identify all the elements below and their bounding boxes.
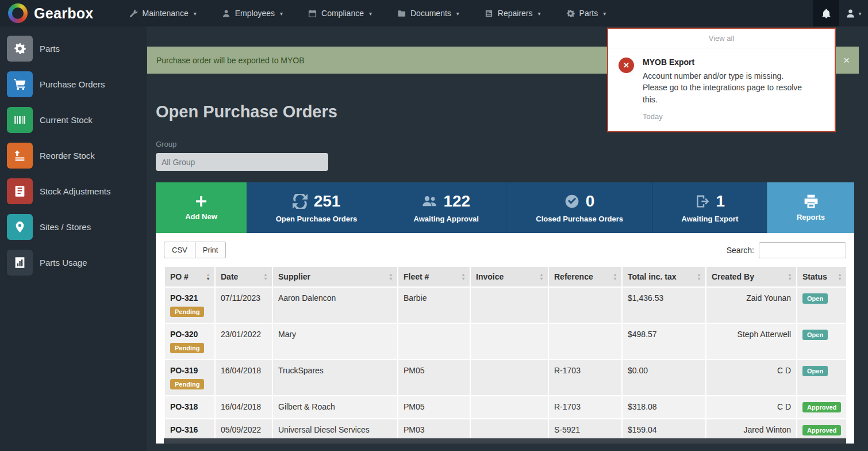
table-row[interactable]: PO-31816/04/2018Gilbert & RoachPM05R-170… — [164, 396, 847, 419]
cell-status: Approved — [797, 396, 847, 419]
column-header-created-by[interactable]: Created By▴▾ — [706, 266, 797, 287]
notifications-button[interactable] — [813, 0, 839, 26]
cell-total: $498.57 — [622, 323, 706, 360]
stat-tiles: 251Open Purchase Orders122Awaiting Appro… — [247, 182, 767, 233]
add-new-button[interactable]: Add New — [156, 182, 247, 233]
gear-icon — [7, 36, 33, 62]
column-header-total-inc-tax[interactable]: Total inc. tax▴▾ — [622, 266, 706, 287]
sidebar-item-parts-usage[interactable]: Parts Usage — [0, 250, 147, 276]
column-header-label: Total inc. tax — [628, 272, 677, 281]
stat-tile-closed-purchase-orders[interactable]: 0Closed Purchase Orders — [506, 182, 652, 233]
cart-icon — [7, 71, 33, 97]
column-header-inner: PO #▴▾ — [170, 272, 209, 281]
usage-chart-icon — [7, 250, 33, 276]
cell-po: PO-318 — [164, 396, 215, 419]
search-input[interactable] — [759, 242, 846, 258]
folder-icon — [397, 9, 406, 18]
stat-number-row: 0 — [564, 192, 595, 211]
group-filter-select[interactable]: All Group — [156, 153, 328, 171]
nav-item-compliance[interactable]: Compliance▾ — [308, 9, 372, 18]
cell-created-by: Zaid Younan — [706, 287, 797, 323]
cell-supplier: Gilbert & Roach — [272, 396, 398, 419]
bell-icon — [821, 9, 831, 18]
person-icon — [222, 9, 231, 18]
reports-label: Reports — [797, 213, 825, 221]
nav-item-label: Documents — [410, 9, 451, 18]
chevron-down-icon: ▾ — [369, 10, 372, 17]
column-header-inner: Created By▴▾ — [712, 272, 791, 281]
sidebar-item-stock-adjustments[interactable]: Stock Adjustments — [0, 178, 147, 204]
stat-tile-open-purchase-orders[interactable]: 251Open Purchase Orders — [247, 182, 386, 233]
user-menu-button[interactable]: ▾ — [839, 0, 868, 26]
pending-badge: Pending — [170, 343, 204, 353]
column-header-date[interactable]: Date▴▾ — [215, 266, 272, 287]
sort-icon: ▴▾ — [386, 273, 392, 281]
sort-icon: ▴▾ — [459, 273, 464, 281]
sort-desc-icon: ▾ — [839, 277, 841, 281]
cell-status: Open — [797, 287, 847, 323]
print-button[interactable]: Print — [195, 242, 226, 258]
brand-name: Gearbox — [34, 5, 94, 22]
nav-item-repairers[interactable]: Repairers▾ — [485, 9, 541, 18]
column-header-inner: Invoice▴▾ — [476, 272, 543, 281]
sidebar-item-label: Reorder Stock — [40, 151, 95, 160]
sidebar-item-purchase-orders[interactable]: Purchase Orders — [0, 71, 147, 97]
table-search: Search: — [727, 242, 846, 258]
reports-button[interactable]: Reports — [767, 182, 854, 233]
column-header-status[interactable]: Status▴▾ — [797, 266, 847, 287]
table-row[interactable]: PO-321Pending07/11/2023Aaron DalenconBar… — [164, 287, 847, 323]
status-badge: Open — [802, 293, 828, 304]
cell-created-by: Steph Atterwell — [706, 323, 797, 360]
cell-invoice — [470, 396, 548, 419]
user-icon — [846, 9, 855, 18]
cell-fleet: PM05 — [398, 360, 470, 396]
po-number: PO-321 — [170, 293, 209, 303]
sort-desc-icon: ▾ — [698, 277, 700, 281]
sidebar-item-current-stock[interactable]: Current Stock — [0, 107, 147, 133]
column-header-po[interactable]: PO #▴▾ — [164, 266, 215, 287]
column-header-fleet[interactable]: Fleet #▴▾ — [398, 266, 470, 287]
view-all-link[interactable]: View all — [608, 29, 835, 48]
stock-bars-icon — [7, 107, 33, 133]
chevron-down-icon: ▾ — [603, 10, 606, 17]
stat-tile-awaiting-export[interactable]: 1Awaiting Export — [652, 182, 767, 233]
po-number: PO-316 — [170, 425, 209, 434]
column-header-reference[interactable]: Reference▴▾ — [548, 266, 622, 287]
table-row[interactable]: PO-320Pending23/01/2022Mary$498.57Steph … — [164, 323, 847, 360]
nav-item-employees[interactable]: Employees▾ — [222, 9, 283, 18]
table-body: PO-321Pending07/11/2023Aaron DalenconBar… — [164, 287, 847, 442]
sidebar-item-label: Purchase Orders — [40, 79, 105, 89]
sidebar-item-parts[interactable]: Parts — [0, 36, 147, 62]
calendar-icon — [308, 9, 317, 18]
column-header-supplier[interactable]: Supplier▴▾ — [272, 266, 398, 287]
stat-value: 122 — [443, 192, 470, 211]
status-badge: Approved — [802, 425, 841, 435]
stat-tile-awaiting-approval[interactable]: 122Awaiting Approval — [386, 182, 506, 233]
cell-date: 16/04/2018 — [215, 396, 272, 419]
reorder-icon — [7, 143, 33, 169]
column-header-label: Created By — [712, 272, 754, 281]
notification-item[interactable]: ✕ MYOB Export Account number and/or type… — [608, 48, 835, 131]
table-row[interactable]: PO-319Pending16/04/2018TruckSparesPM05R-… — [164, 360, 847, 396]
cell-created-by: C D — [706, 396, 797, 419]
refresh-icon — [293, 194, 308, 209]
brand-logo[interactable]: Gearbox — [0, 3, 94, 23]
column-header-invoice[interactable]: Invoice▴▾ — [470, 266, 548, 287]
status-badge: Open — [802, 366, 828, 376]
chevron-down-icon: ▾ — [858, 10, 861, 17]
po-number: PO-319 — [170, 366, 209, 375]
nav-item-parts[interactable]: Parts▾ — [566, 9, 606, 18]
sidebar-item-label: Sites / Stores — [40, 222, 91, 232]
stat-label: Awaiting Approval — [414, 215, 479, 223]
cell-fleet: Barbie — [398, 287, 470, 323]
cell-supplier: Mary — [272, 323, 398, 360]
sidebar-item-sites-stores[interactable]: Sites / Stores — [0, 214, 147, 240]
close-icon[interactable]: × — [843, 55, 850, 66]
notification-message: Account number and/or type is missing. P… — [643, 70, 809, 105]
nav-item-maintenance[interactable]: Maintenance▾ — [129, 9, 197, 18]
nav-item-documents[interactable]: Documents▾ — [397, 9, 459, 18]
sidebar-item-reorder-stock[interactable]: Reorder Stock — [0, 143, 147, 169]
sort-desc-icon: ▾ — [462, 277, 464, 281]
csv-button[interactable]: CSV — [164, 242, 195, 258]
po-number: PO-318 — [170, 402, 209, 411]
